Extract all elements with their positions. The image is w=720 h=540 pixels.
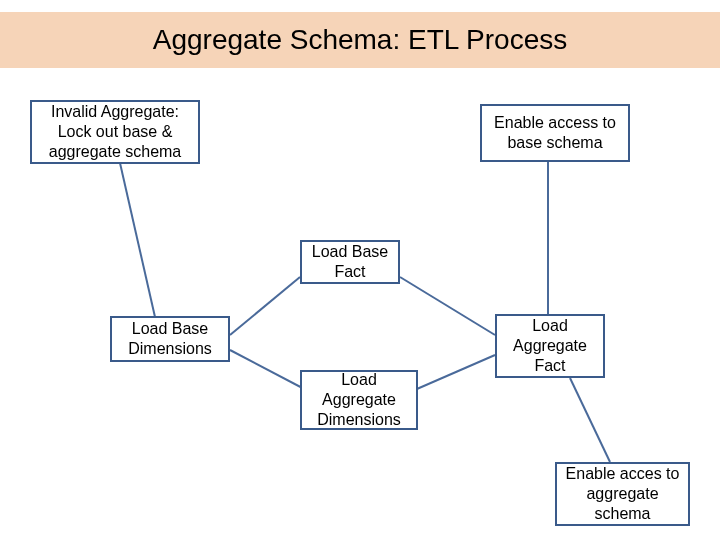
box-load-base-fact: Load Base Fact <box>300 240 400 284</box>
box-load-aggregate-fact: Load Aggregate Fact <box>495 314 605 378</box>
box-label: Enable acces to aggregate schema <box>563 464 682 524</box>
box-label: Invalid Aggregate: Lock out base & aggre… <box>38 102 192 162</box>
title-bar: Aggregate Schema: ETL Process <box>0 12 720 68</box>
box-enable-aggregate: Enable acces to aggregate schema <box>555 462 690 526</box>
svg-line-4 <box>410 355 495 392</box>
box-label: Load Aggregate Fact <box>503 316 597 376</box>
box-invalid-aggregate: Invalid Aggregate: Lock out base & aggre… <box>30 100 200 164</box>
page-title: Aggregate Schema: ETL Process <box>153 24 568 56</box>
box-enable-base: Enable access to base schema <box>480 104 630 162</box>
box-label: Load Aggregate Dimensions <box>308 370 410 430</box>
svg-line-6 <box>570 378 610 462</box>
box-label: Enable access to base schema <box>488 113 622 153</box>
box-load-aggregate-dimensions: Load Aggregate Dimensions <box>300 370 418 430</box>
box-label: Load Base Fact <box>308 242 392 282</box>
svg-line-2 <box>230 350 310 392</box>
svg-line-3 <box>400 277 495 335</box>
svg-line-1 <box>230 277 300 335</box>
svg-line-0 <box>120 163 155 317</box>
box-load-base-dimensions: Load Base Dimensions <box>110 316 230 362</box>
box-label: Load Base Dimensions <box>118 319 222 359</box>
